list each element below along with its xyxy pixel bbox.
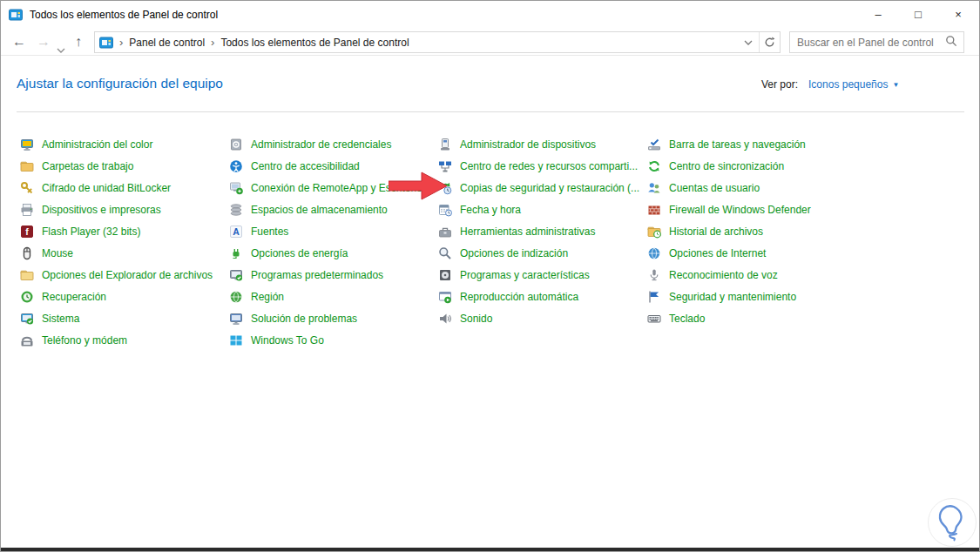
- control-panel-item[interactable]: Fecha y hora: [438, 199, 647, 220]
- control-panel-item[interactable]: Centro de redes y recursos comparti...: [438, 155, 647, 177]
- control-panel-item[interactable]: Región: [229, 286, 438, 307]
- control-panel-item[interactable]: Programas predeterminados: [229, 264, 438, 286]
- fonts-icon: A: [229, 225, 243, 239]
- breadcrumb-item[interactable]: Todos los elementos de Panel de control: [220, 37, 409, 49]
- address-bar[interactable]: ›Panel de control›Todos los elementos de…: [94, 31, 781, 53]
- file-history-icon: [647, 225, 661, 239]
- control-panel-item[interactable]: Dispositivos e impresoras: [20, 199, 229, 220]
- lightbulb-watermark-icon: [927, 497, 977, 551]
- item-label: Opciones de Internet: [669, 247, 766, 259]
- control-panel-item[interactable]: Solución de problemas: [229, 307, 438, 329]
- flash-player-icon: f: [20, 225, 34, 239]
- item-label: Región: [251, 291, 284, 303]
- control-panel-item[interactable]: Barra de tareas y navegación: [647, 133, 856, 155]
- control-panel-item[interactable]: Programas y características: [438, 264, 647, 286]
- navigation-bar: ← → ↑ ›Panel de control›Todos los elemen…: [1, 29, 979, 56]
- control-panel-item[interactable]: Opciones de indización: [438, 242, 647, 264]
- window-title: Todos los elementos de Panel de control: [30, 9, 218, 21]
- up-button[interactable]: ↑: [75, 31, 82, 52]
- device-manager-icon: [438, 138, 452, 151]
- control-panel-item[interactable]: Centro de sincronización: [647, 155, 856, 177]
- control-panel-item[interactable]: Historial de archivos: [647, 220, 856, 242]
- security-maintenance-icon: [647, 290, 661, 304]
- item-label: Reproducción automática: [460, 291, 578, 303]
- item-label: Administrador de dispositivos: [460, 138, 596, 151]
- control-panel-item[interactable]: fFlash Player (32 bits): [20, 220, 229, 242]
- control-panel-item[interactable]: Mouse: [20, 242, 229, 264]
- control-panel-item[interactable]: Administración del color: [20, 133, 229, 155]
- items-column: Administrador de credencialesCentro de a…: [229, 133, 438, 351]
- control-panel-item[interactable]: Teléfono y módem: [20, 329, 229, 351]
- control-panel-item[interactable]: Firewall de Windows Defender: [647, 199, 856, 220]
- control-panel-item[interactable]: Windows To Go: [229, 329, 438, 351]
- control-panel-item[interactable]: Herramientas administrativas: [438, 220, 647, 242]
- back-button[interactable]: ←: [12, 31, 26, 52]
- sound-icon: [438, 312, 452, 326]
- annotation-arrow: [389, 172, 448, 204]
- control-panel-item[interactable]: Reproducción automática: [438, 286, 647, 307]
- control-panel-item[interactable]: Opciones de energía: [229, 242, 438, 264]
- control-panel-item[interactable]: Cifrado de unidad BitLocker: [20, 177, 229, 199]
- taskbar-edge: [1, 548, 979, 551]
- control-panel-item[interactable]: Administrador de credenciales: [229, 133, 438, 155]
- item-label: Fecha y hora: [460, 204, 521, 216]
- breadcrumb-separator-icon: ›: [119, 36, 123, 49]
- control-panel-item[interactable]: Opciones de Internet: [647, 242, 856, 264]
- refresh-icon[interactable]: [759, 32, 780, 52]
- view-by-dropdown[interactable]: Iconos pequeños: [808, 78, 888, 91]
- item-label: Administración del color: [42, 138, 152, 151]
- troubleshooting-icon: [229, 312, 243, 326]
- items-column: Administrador de dispositivosCentro de r…: [438, 133, 647, 351]
- address-dropdown-icon[interactable]: [738, 32, 759, 52]
- item-label: Herramientas administrativas: [460, 226, 595, 238]
- control-panel-item[interactable]: Cuentas de usuario: [647, 177, 856, 199]
- control-panel-item[interactable]: Seguridad y mantenimiento: [647, 286, 856, 307]
- control-panel-item[interactable]: Sistema: [20, 307, 229, 329]
- control-panel-app-icon: [9, 8, 23, 22]
- item-label: Cifrado de unidad BitLocker: [42, 182, 171, 194]
- forward-button[interactable]: →: [37, 31, 51, 52]
- speech-recognition-icon: [647, 268, 661, 282]
- address-bar-right: [738, 32, 780, 52]
- date-time-icon: [438, 203, 452, 217]
- item-label: Firewall de Windows Defender: [669, 204, 811, 216]
- item-label: Opciones del Explorador de archivos: [42, 269, 213, 281]
- maximize-button[interactable]: □: [898, 1, 938, 28]
- view-by-group: Ver por: Iconos pequeños ▼: [761, 78, 899, 91]
- close-button[interactable]: ×: [938, 1, 978, 28]
- search-icon[interactable]: [945, 35, 957, 50]
- control-panel-item[interactable]: Carpetas de trabajo: [20, 155, 229, 177]
- color-management-icon: [20, 138, 34, 151]
- bitlocker-icon: [20, 181, 34, 195]
- windows-defender-firewall-icon: [647, 203, 661, 217]
- credential-manager-icon: [229, 138, 243, 151]
- control-panel-item[interactable]: Reconocimiento de voz: [647, 264, 856, 286]
- programs-features-icon: [438, 268, 452, 282]
- breadcrumb-item[interactable]: Panel de control: [129, 37, 205, 49]
- breadcrumb: ›Panel de control›Todos los elementos de…: [113, 36, 409, 49]
- control-panel-item[interactable]: AFuentes: [229, 220, 438, 242]
- view-by-caret-icon[interactable]: ▼: [892, 81, 899, 89]
- control-panel-item[interactable]: Copias de seguridad y restauración (...: [438, 177, 647, 199]
- item-label: Carpetas de trabajo: [42, 160, 133, 172]
- minimize-button[interactable]: –: [858, 1, 898, 28]
- item-label: Copias de seguridad y restauración (...: [460, 182, 639, 194]
- item-label: Solución de problemas: [251, 313, 357, 325]
- work-folders-icon: [20, 159, 34, 173]
- search-input[interactable]: [790, 37, 945, 49]
- history-dropdown-icon[interactable]: [57, 38, 65, 59]
- sync-center-icon: [647, 159, 661, 173]
- breadcrumb-separator-icon: ›: [211, 36, 214, 49]
- control-panel-item[interactable]: Recuperación: [20, 286, 229, 307]
- devices-printers-icon: [20, 203, 34, 217]
- control-panel-item[interactable]: Sonido: [438, 307, 647, 329]
- control-panel-item[interactable]: Teclado: [647, 307, 856, 329]
- svg-text:f: f: [25, 226, 29, 237]
- control-panel-item[interactable]: Opciones del Explorador de archivos: [20, 264, 229, 286]
- windows-to-go-icon: [229, 333, 243, 347]
- header-divider: [17, 111, 964, 112]
- control-panel-item[interactable]: Administrador de dispositivos: [438, 133, 647, 155]
- recovery-icon: [20, 290, 34, 304]
- autoplay-icon: [438, 290, 452, 304]
- item-label: Centro de accesibilidad: [251, 160, 360, 172]
